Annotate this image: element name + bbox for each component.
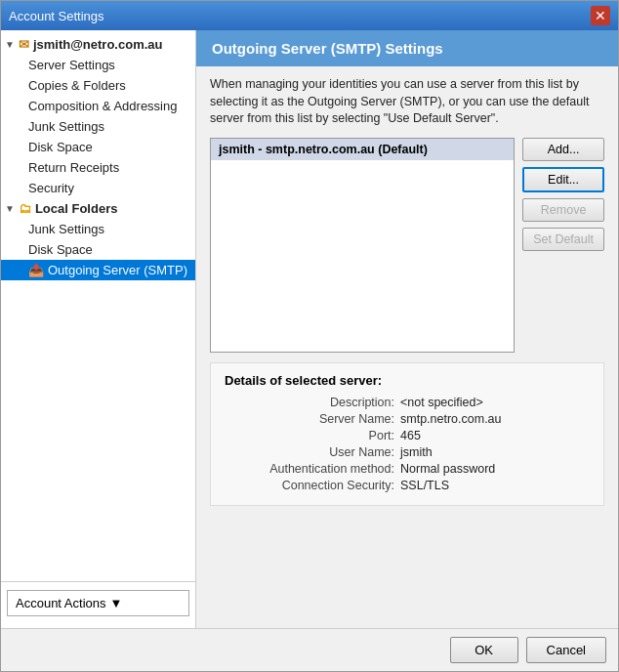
- window-title: Account Settings: [9, 9, 104, 23]
- sidebar-content: ▼ ✉ jsmith@netro.com.au Server Settings …: [1, 34, 195, 581]
- sidebar-item-lf-junk[interactable]: Junk Settings: [1, 219, 195, 239]
- main-body: When managing your identities you can us…: [196, 66, 618, 628]
- details-section: Details of selected server: Description:…: [210, 362, 604, 506]
- server-list-item[interactable]: jsmith - smtp.netro.com.au (Default): [211, 139, 514, 160]
- return-receipts-label: Return Receipts: [28, 160, 119, 175]
- sidebar-item-disk-space[interactable]: Disk Space: [1, 137, 195, 157]
- window-body: ▼ ✉ jsmith@netro.com.au Server Settings …: [1, 30, 618, 628]
- details-row: Authentication method:Normal password: [225, 462, 590, 476]
- server-list[interactable]: jsmith - smtp.netro.com.au (Default): [210, 138, 515, 353]
- intro-text: When managing your identities you can us…: [210, 76, 604, 128]
- copies-folders-label: Copies & Folders: [28, 78, 126, 93]
- edit-button[interactable]: Edit...: [522, 167, 604, 192]
- details-row: Description:<not specified>: [225, 396, 590, 409]
- details-field-label: Server Name:: [225, 412, 400, 426]
- details-field-value: jsmith: [400, 445, 433, 459]
- ok-button[interactable]: OK: [450, 637, 518, 663]
- account-actions-button[interactable]: Account Actions ▼: [7, 590, 189, 616]
- sidebar: ▼ ✉ jsmith@netro.com.au Server Settings …: [1, 30, 196, 628]
- details-row: Port:465: [225, 429, 590, 442]
- details-field-label: Description:: [225, 396, 400, 409]
- sidebar-item-account[interactable]: ▼ ✉ jsmith@netro.com.au: [1, 34, 195, 55]
- server-settings-label: Server Settings: [28, 58, 115, 72]
- local-folders-label: Local Folders: [35, 201, 118, 216]
- details-field-value: smtp.netro.com.au: [400, 412, 502, 426]
- sidebar-item-lf-disk[interactable]: Disk Space: [1, 239, 195, 260]
- details-field-label: Port:: [225, 429, 400, 442]
- account-actions-label: Account Actions: [16, 596, 106, 610]
- sidebar-item-local-folders[interactable]: ▼ 🗂 Local Folders: [1, 198, 195, 219]
- sidebar-item-server-settings[interactable]: Server Settings: [1, 55, 195, 75]
- details-field-value: <not specified>: [400, 396, 483, 409]
- local-folder-icon: 🗂: [19, 201, 31, 216]
- account-email-label: jsmith@netro.com.au: [33, 37, 163, 52]
- account-actions-bar: Account Actions ▼: [1, 581, 195, 624]
- server-list-area: jsmith - smtp.netro.com.au (Default) Add…: [210, 138, 604, 353]
- main-header-title: Outgoing Server (SMTP) Settings: [212, 40, 602, 57]
- account-settings-window: Account Settings ✕ ▼ ✉ jsmith@netro.com.…: [0, 0, 619, 672]
- security-label: Security: [28, 181, 74, 195]
- disk-space-label: Disk Space: [28, 140, 93, 154]
- add-button[interactable]: Add...: [522, 138, 604, 161]
- details-table: Description:<not specified>Server Name:s…: [225, 396, 590, 492]
- expand-icon: ▼: [5, 39, 15, 50]
- remove-button[interactable]: Remove: [522, 198, 604, 222]
- sidebar-item-composition-addressing[interactable]: Composition & Addressing: [1, 96, 195, 116]
- sidebar-item-security[interactable]: Security: [1, 178, 195, 198]
- cancel-button[interactable]: Cancel: [526, 637, 606, 663]
- details-field-label: Authentication method:: [225, 462, 400, 476]
- sidebar-item-junk-settings[interactable]: Junk Settings: [1, 116, 195, 137]
- details-row: Connection Security:SSL/TLS: [225, 479, 590, 492]
- sidebar-item-outgoing-smtp[interactable]: 📤 Outgoing Server (SMTP): [1, 260, 195, 280]
- details-field-value: 465: [400, 429, 421, 442]
- lf-junk-label: Junk Settings: [28, 222, 104, 236]
- local-expand-icon: ▼: [5, 203, 15, 214]
- lf-disk-label: Disk Space: [28, 242, 93, 257]
- main-header: Outgoing Server (SMTP) Settings: [196, 30, 618, 66]
- details-field-label: User Name:: [225, 445, 400, 459]
- details-row: User Name:jsmith: [225, 445, 590, 459]
- main-content: Outgoing Server (SMTP) Settings When man…: [196, 30, 618, 628]
- window-footer: OK Cancel: [1, 628, 618, 671]
- close-button[interactable]: ✕: [591, 6, 610, 25]
- junk-settings-label: Junk Settings: [28, 119, 104, 134]
- smtp-icon: 📤: [28, 263, 44, 277]
- details-title: Details of selected server:: [225, 373, 590, 388]
- outgoing-smtp-label: Outgoing Server (SMTP): [48, 263, 187, 277]
- sidebar-item-return-receipts[interactable]: Return Receipts: [1, 157, 195, 178]
- title-bar: Account Settings ✕: [1, 1, 618, 30]
- account-actions-arrow: ▼: [110, 596, 123, 610]
- email-icon: ✉: [19, 37, 29, 52]
- composition-addressing-label: Composition & Addressing: [28, 99, 177, 113]
- details-field-label: Connection Security:: [225, 479, 400, 492]
- server-buttons: Add... Edit... Remove Set Default: [522, 138, 604, 353]
- details-field-value: SSL/TLS: [400, 479, 449, 492]
- set-default-button[interactable]: Set Default: [522, 228, 604, 251]
- details-row: Server Name:smtp.netro.com.au: [225, 412, 590, 426]
- sidebar-item-copies-folders[interactable]: Copies & Folders: [1, 75, 195, 96]
- details-field-value: Normal password: [400, 462, 495, 476]
